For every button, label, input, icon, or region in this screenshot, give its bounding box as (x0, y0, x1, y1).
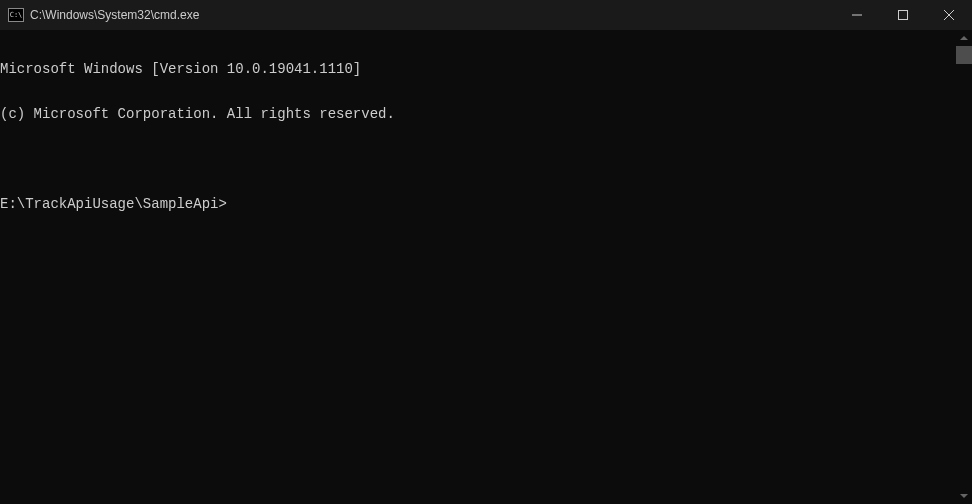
cmd-icon: C:\ (8, 8, 24, 22)
window-controls (834, 0, 972, 30)
terminal-prompt: E:\TrackApiUsage\SampleApi> (0, 197, 972, 212)
svg-rect-1 (899, 11, 908, 20)
svg-marker-4 (960, 36, 968, 40)
scrollbar-track[interactable] (956, 30, 972, 504)
terminal-line (0, 152, 972, 167)
terminal-line: Microsoft Windows [Version 10.0.19041.11… (0, 62, 972, 77)
svg-marker-5 (960, 494, 968, 498)
terminal-content: Microsoft Windows [Version 10.0.19041.11… (0, 30, 972, 242)
maximize-button[interactable] (880, 0, 926, 30)
minimize-icon (852, 10, 862, 20)
terminal-line: (c) Microsoft Corporation. All rights re… (0, 107, 972, 122)
window-titlebar[interactable]: C:\ C:\Windows\System32\cmd.exe (0, 0, 972, 30)
scrollbar-down-arrow-icon[interactable] (956, 488, 972, 504)
terminal-body[interactable]: Microsoft Windows [Version 10.0.19041.11… (0, 30, 972, 504)
maximize-icon (898, 10, 908, 20)
window-title: C:\Windows\System32\cmd.exe (30, 8, 834, 22)
minimize-button[interactable] (834, 0, 880, 30)
close-icon (944, 10, 954, 20)
close-button[interactable] (926, 0, 972, 30)
scrollbar-thumb[interactable] (956, 46, 972, 64)
scrollbar-up-arrow-icon[interactable] (956, 30, 972, 46)
